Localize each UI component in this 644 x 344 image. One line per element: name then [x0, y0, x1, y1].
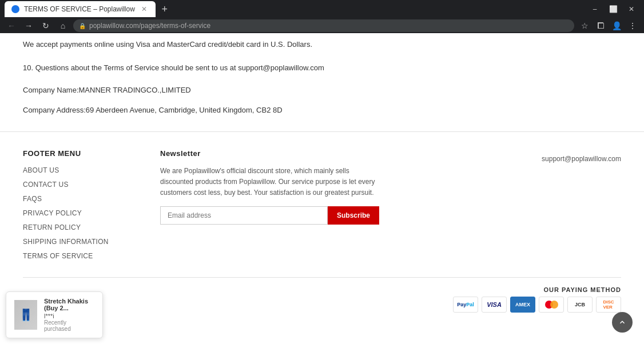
tab-favicon: [11, 5, 19, 13]
support-column: support@poplawillow.com: [402, 149, 621, 266]
shipping-info-link[interactable]: SHIPPING INFORMATION: [23, 238, 109, 246]
paying-section: OUR PAYING METHOD PayPal VISA AMEX JCB: [453, 286, 621, 313]
restore-button[interactable]: ⬜: [605, 3, 621, 15]
company-address: Company Address:69 Aberdeen Avenue, Camb…: [23, 100, 621, 120]
new-tab-button[interactable]: +: [158, 2, 172, 16]
mastercard-icon: [539, 297, 564, 313]
url-text: poplawillow.com/pages/terms-of-service: [89, 22, 210, 30]
window-controls: – ⬜ ✕: [587, 3, 639, 15]
list-item: PRIVACY POLICY: [23, 209, 137, 217]
toast-subtitle: l***i: [44, 313, 94, 319]
list-item: SHIPPING INFORMATION: [23, 237, 137, 246]
toast-content: Stretch Khakis (Buy 2... l***i Recently …: [44, 298, 94, 332]
lock-icon: 🔒: [79, 23, 86, 29]
reload-button[interactable]: ↻: [39, 19, 53, 33]
toast-tag: Recently purchased: [44, 319, 94, 332]
bookmark-icon[interactable]: ☆: [578, 19, 591, 33]
footer-menu-column: FOOTER MENU ABOUT US CONTACT US FAQS PRI…: [23, 149, 137, 266]
newsletter-column: Newsletter We are Poplawillow's official…: [160, 149, 379, 266]
jcb-icon: JCB: [567, 297, 593, 313]
return-policy-link[interactable]: RETURN POLICY: [23, 223, 81, 231]
minimize-button[interactable]: –: [587, 3, 603, 15]
toast-title: Stretch Khakis (Buy 2...: [44, 298, 94, 311]
home-button[interactable]: ⌂: [56, 19, 70, 33]
amex-icon: AMEX: [510, 297, 535, 313]
browser-toolbar-icons: ☆ ⧠ 👤 ⋮: [578, 19, 639, 33]
paypal-icon: PayPal: [453, 297, 478, 313]
list-item: ABOUT US: [23, 166, 137, 174]
toast-notification: 👖 Stretch Khakis (Buy 2... l***i Recentl…: [6, 291, 103, 338]
list-item: TERMS OF SERVICE: [23, 251, 137, 260]
chevron-up-icon: [618, 318, 627, 327]
close-button[interactable]: ✕: [623, 3, 639, 15]
list-item: CONTACT US: [23, 180, 137, 189]
support-email-text: support@poplawillow.com: [542, 149, 621, 163]
address-bar-row: ← → ↻ ⌂ 🔒 poplawillow.com/pages/terms-of…: [0, 18, 644, 33]
scroll-to-top-button[interactable]: [612, 312, 633, 333]
tab-close-button[interactable]: ✕: [140, 5, 149, 14]
toast-image-inner: 👖: [14, 300, 37, 330]
visa-icon: VISA: [482, 297, 507, 313]
url-domain: poplawillow.com: [89, 22, 139, 30]
company-name-text: Company Name:MANNER TRADINGCO.,LIMITED: [23, 86, 621, 94]
browser-chrome: TERMS OF SERVICE – Poplawillow ✕ + – ⬜ ✕…: [0, 0, 644, 33]
profile-icon[interactable]: 👤: [610, 19, 623, 33]
item10-section: 10. Questions about the Terms of Service…: [23, 57, 621, 80]
payment-icons: PayPal VISA AMEX JCB DISCVER: [453, 297, 621, 313]
newsletter-heading: Newsletter: [160, 149, 379, 158]
faqs-link[interactable]: FAQS: [23, 195, 42, 203]
footer-grid: FOOTER MENU ABOUT US CONTACT US FAQS PRI…: [23, 149, 621, 266]
footer-bottom: © 2024 Poplawillow OUR PAYING METHOD Pay…: [23, 277, 621, 313]
discover-icon: DISCVER: [596, 297, 621, 313]
company-name: Company Name:MANNER TRADINGCO.,LIMITED: [23, 80, 621, 100]
privacy-policy-link[interactable]: PRIVACY POLICY: [23, 209, 82, 217]
contact-us-link[interactable]: CONTACT US: [23, 181, 69, 189]
payment-text: We accept payments online using Visa and…: [23, 39, 621, 51]
menu-icon[interactable]: ⋮: [626, 19, 639, 33]
list-item: RETURN POLICY: [23, 223, 137, 231]
about-us-link[interactable]: ABOUT US: [23, 166, 59, 174]
company-address-text: Company Address:69 Aberdeen Avenue, Camb…: [23, 106, 621, 114]
tab-title: TERMS OF SERVICE – Poplawillow: [24, 5, 135, 13]
terms-of-service-link[interactable]: TERMS OF SERVICE: [23, 252, 93, 260]
footer-menu-heading: FOOTER MENU: [23, 149, 137, 158]
tab-bar: TERMS OF SERVICE – Poplawillow ✕ + – ⬜ ✕: [0, 0, 644, 18]
newsletter-text: We are Poplawillow's official discount s…: [160, 166, 379, 199]
subscribe-button[interactable]: Subscribe: [328, 206, 379, 225]
active-tab[interactable]: TERMS OF SERVICE – Poplawillow ✕: [5, 1, 156, 17]
footer-menu-list: ABOUT US CONTACT US FAQS PRIVACY POLICY …: [23, 166, 137, 260]
extensions-icon[interactable]: ⧠: [594, 19, 607, 33]
url-path: /pages/terms-of-service: [139, 22, 210, 30]
paying-method-label: OUR PAYING METHOD: [543, 286, 621, 293]
payment-section: We accept payments online using Visa and…: [23, 33, 621, 57]
list-item: FAQS: [23, 194, 137, 203]
newsletter-form: Subscribe: [160, 206, 379, 225]
email-input[interactable]: [160, 206, 328, 225]
back-button[interactable]: ←: [5, 19, 18, 33]
address-bar[interactable]: 🔒 poplawillow.com/pages/terms-of-service: [73, 19, 574, 32]
toast-image: 👖: [14, 300, 37, 330]
item10-text: 10. Questions about the Terms of Service…: [23, 62, 621, 74]
forward-button[interactable]: →: [22, 19, 35, 33]
article-area: We accept payments online using Visa and…: [0, 33, 644, 131]
